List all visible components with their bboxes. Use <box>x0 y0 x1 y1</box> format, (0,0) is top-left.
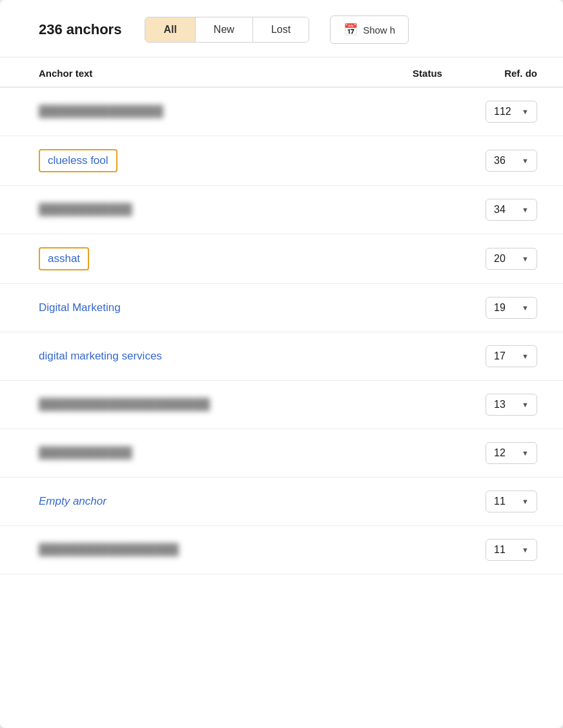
anchor-text-highlighted: asshat <box>39 247 389 270</box>
chevron-down-icon: ▼ <box>522 546 529 554</box>
show-button-label: Show h <box>363 25 395 35</box>
table-header: Anchor text Status Ref. do <box>0 57 563 88</box>
ref-dropdown: 19 ▼ <box>486 297 537 319</box>
chevron-down-icon: ▼ <box>522 206 529 214</box>
row-ref-dom[interactable]: 20 ▼ <box>466 248 537 270</box>
anchor-text-blurred: ██████████████████ <box>39 543 389 556</box>
anchor-empty-anchor[interactable]: Empty anchor <box>39 495 389 508</box>
chevron-down-icon: ▼ <box>522 401 529 409</box>
table-row: ████████████ 12 ▼ <box>0 429 563 478</box>
chevron-down-icon: ▼ <box>522 304 529 312</box>
row-ref-dom[interactable]: 36 ▼ <box>466 150 537 172</box>
ref-value: 112 <box>494 106 511 117</box>
chevron-down-icon: ▼ <box>522 255 529 263</box>
table-row: ████████████ 34 ▼ <box>0 186 563 234</box>
row-ref-dom[interactable]: 19 ▼ <box>466 297 537 319</box>
anchor-text-blurred: ██████████████████████ <box>39 398 389 411</box>
table-row: ████████████████ 112 ▼ <box>0 88 563 136</box>
ref-dropdown: 36 ▼ <box>486 150 537 172</box>
col-header-status: Status <box>389 68 466 79</box>
chevron-down-icon: ▼ <box>522 157 529 165</box>
toolbar: 236 anchors All New Lost 📅 Show h <box>0 0 563 57</box>
tab-all[interactable]: All <box>145 17 195 42</box>
ref-value: 12 <box>494 447 506 459</box>
ref-value: 11 <box>494 544 506 556</box>
chevron-down-icon: ▼ <box>522 108 529 116</box>
chevron-down-icon: ▼ <box>522 498 529 505</box>
ref-value: 34 <box>494 204 506 216</box>
row-ref-dom[interactable]: 13 ▼ <box>466 394 537 416</box>
chevron-down-icon: ▼ <box>522 449 529 457</box>
ref-value: 20 <box>494 253 506 265</box>
table-row: asshat 20 ▼ <box>0 234 563 284</box>
table-row: clueless fool 36 ▼ <box>0 136 563 186</box>
anchor-digital-marketing-services[interactable]: digital marketing services <box>39 350 389 363</box>
main-container: 236 anchors All New Lost 📅 Show h Anchor… <box>0 0 563 728</box>
anchor-text-blurred: ████████████ <box>39 203 389 216</box>
anchor-clueless-fool: clueless fool <box>39 149 118 172</box>
ref-value: 11 <box>494 496 506 507</box>
table-row: ██████████████████ 11 ▼ <box>0 526 563 574</box>
ref-value: 13 <box>494 399 506 410</box>
col-header-ref-dom: Ref. do <box>466 68 537 79</box>
row-ref-dom[interactable]: 11 ▼ <box>466 490 537 512</box>
anchor-count: 236 anchors <box>39 21 121 38</box>
table-row: ██████████████████████ 13 ▼ <box>0 381 563 429</box>
anchor-digital-marketing[interactable]: Digital Marketing <box>39 301 389 314</box>
anchor-text-blurred: ████████████████ <box>39 105 389 118</box>
col-header-anchor-text: Anchor text <box>39 68 389 79</box>
calendar-icon: 📅 <box>343 23 358 37</box>
row-ref-dom[interactable]: 17 ▼ <box>466 345 537 367</box>
ref-dropdown: 112 ▼ <box>486 101 537 123</box>
tab-lost[interactable]: Lost <box>253 17 309 42</box>
table-row: Empty anchor 11 ▼ <box>0 478 563 526</box>
ref-dropdown: 12 ▼ <box>486 442 537 464</box>
ref-dropdown: 13 ▼ <box>486 394 537 416</box>
ref-value: 36 <box>494 155 506 167</box>
anchor-text-highlighted: clueless fool <box>39 149 389 172</box>
row-ref-dom[interactable]: 112 ▼ <box>466 101 537 123</box>
ref-dropdown: 11 ▼ <box>486 539 537 561</box>
tab-new[interactable]: New <box>196 17 253 42</box>
filter-tabs: All New Lost <box>145 17 309 43</box>
row-ref-dom[interactable]: 11 ▼ <box>466 539 537 561</box>
row-ref-dom[interactable]: 34 ▼ <box>466 199 537 221</box>
show-history-button[interactable]: 📅 Show h <box>330 15 409 44</box>
chevron-down-icon: ▼ <box>522 352 529 360</box>
ref-dropdown: 11 ▼ <box>486 490 537 512</box>
row-ref-dom[interactable]: 12 ▼ <box>466 442 537 464</box>
ref-value: 17 <box>494 350 506 362</box>
ref-dropdown: 20 ▼ <box>486 248 537 270</box>
anchor-text-blurred: ████████████ <box>39 447 389 460</box>
table-row: digital marketing services 17 ▼ <box>0 332 563 381</box>
anchor-asshat: asshat <box>39 247 89 270</box>
ref-dropdown: 34 ▼ <box>486 199 537 221</box>
table-row: Digital Marketing 19 ▼ <box>0 284 563 332</box>
ref-dropdown: 17 ▼ <box>486 345 537 367</box>
ref-value: 19 <box>494 302 506 314</box>
